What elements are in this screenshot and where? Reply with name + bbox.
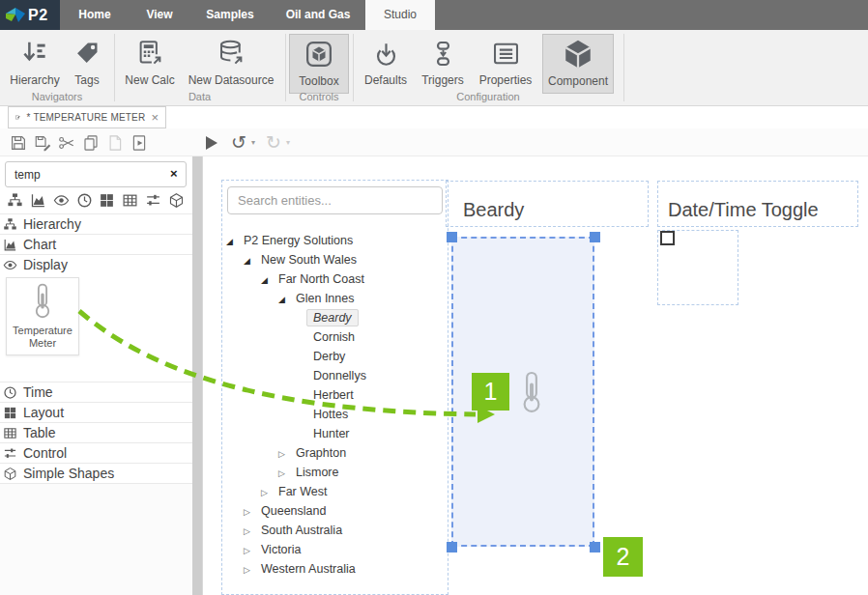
p2-gem-icon <box>4 4 27 27</box>
category-hierarchy[interactable]: Hierarchy <box>0 213 192 234</box>
ribbon: Hierarchy Tags New Calc New Datasource T… <box>0 30 868 106</box>
category-table[interactable]: Table <box>0 422 192 442</box>
play-button[interactable] <box>201 132 222 153</box>
chart-category-icon[interactable] <box>30 192 46 209</box>
category-time[interactable]: Time <box>0 382 192 402</box>
step-2-badge: 2 <box>603 537 643 577</box>
panel-scrollbar[interactable] <box>192 156 202 595</box>
layout-category-icon[interactable] <box>99 192 115 209</box>
tree-node[interactable]: Hottes <box>222 405 448 424</box>
group-label-controls: Controls <box>285 90 353 103</box>
tree-node[interactable]: South Australia <box>222 521 448 540</box>
tree-node[interactable]: Derby <box>222 347 448 366</box>
menu-view[interactable]: View <box>133 0 186 30</box>
new-datasource-button[interactable]: New Datasource <box>182 34 280 94</box>
temperature-meter-tile[interactable]: Temperature Meter <box>6 277 79 355</box>
save-as-button[interactable] <box>32 132 53 153</box>
tree-node[interactable]: Graphton <box>222 443 448 463</box>
save-button[interactable] <box>8 132 29 153</box>
expand-toggle-icon[interactable] <box>261 483 278 502</box>
triggers-button[interactable]: Triggers <box>416 34 470 94</box>
redo-button[interactable]: ↻ <box>263 132 284 153</box>
tag-icon <box>73 40 101 67</box>
control-category-icon[interactable] <box>145 192 161 209</box>
hierarchy-category-icon[interactable] <box>7 192 23 209</box>
hierarchy-navigator-button[interactable]: Hierarchy <box>8 34 62 94</box>
group-label-navigators: Navigators <box>0 90 114 103</box>
category-display[interactable]: Display <box>0 254 192 274</box>
properties-button[interactable]: Properties <box>472 34 539 94</box>
menu-studio[interactable]: Studio <box>365 0 435 30</box>
defaults-button[interactable]: Defaults <box>358 34 414 94</box>
tree-node[interactable]: Victoria <box>222 540 448 559</box>
menu-oil-and-gas[interactable]: Oil and Gas <box>278 0 358 30</box>
expand-toggle-icon[interactable] <box>278 444 296 464</box>
tree-node-selected[interactable]: Beardy <box>222 308 448 327</box>
resize-handle-bottom-right[interactable] <box>590 542 600 552</box>
component-button[interactable]: Component <box>542 34 614 94</box>
entity-tree: P2 Energy Solutions New South Wales Far … <box>222 231 448 579</box>
category-chart[interactable]: Chart <box>0 234 192 254</box>
expand-toggle-icon[interactable] <box>244 251 261 270</box>
tree-node[interactable]: Hunter <box>222 424 448 443</box>
tree-node[interactable]: Glen Innes <box>222 289 448 308</box>
expand-toggle-icon[interactable] <box>244 522 261 541</box>
tree-node[interactable]: Far North Coast <box>222 269 448 289</box>
copy-button[interactable] <box>80 132 101 153</box>
tree-node[interactable]: Herbert <box>222 385 448 405</box>
tab-temperature-meter[interactable]: * TEMPERATURE METER × <box>8 106 166 128</box>
category-simple-shapes[interactable]: Simple Shapes <box>0 463 192 483</box>
expand-toggle-icon[interactable] <box>261 270 278 290</box>
hierarchy-navigator-component[interactable]: P2 Energy Solutions New South Wales Far … <box>221 180 448 595</box>
entity-search-input[interactable] <box>227 186 443 214</box>
document-toolbar: ↺ ▾ ↻ ▾ <box>0 128 868 156</box>
new-calc-button[interactable]: New Calc <box>120 34 180 94</box>
resize-handle-top-left[interactable] <box>447 232 457 242</box>
menubar: P2 Home View Samples Oil and Gas Studio <box>0 0 868 30</box>
tags-button[interactable]: Tags <box>64 34 110 94</box>
tree-node[interactable]: New South Wales <box>222 250 448 269</box>
studio-window: P2 Home View Samples Oil and Gas Studio … <box>0 0 868 595</box>
simple-shapes-category-icon[interactable] <box>168 192 185 209</box>
document-tab-row: * TEMPERATURE METER × <box>0 106 868 128</box>
paste-button[interactable] <box>104 132 126 153</box>
tree-node[interactable]: Far West <box>222 482 448 501</box>
display-category-icon[interactable] <box>53 192 70 209</box>
beardy-label-component[interactable]: Beardy <box>446 181 649 227</box>
expand-toggle-icon[interactable] <box>244 502 261 522</box>
expand-toggle-icon[interactable] <box>278 290 296 309</box>
redo-dropdown-caret[interactable]: ▾ <box>282 132 294 153</box>
toolbox-button[interactable]: Toolbox <box>289 34 349 94</box>
time-category-icon[interactable] <box>76 192 93 209</box>
tree-node[interactable]: Cornish <box>222 327 448 347</box>
run-report-button[interactable] <box>129 132 150 153</box>
menu-samples[interactable]: Samples <box>197 0 263 30</box>
datetime-toggle-checkbox[interactable] <box>660 231 675 245</box>
paste-icon <box>106 134 124 152</box>
tree-node[interactable]: Lismore <box>222 463 448 482</box>
datetime-toggle-label-component[interactable]: Date/Time Toggle <box>657 181 858 227</box>
expand-toggle-icon[interactable] <box>278 464 296 483</box>
expand-toggle-icon[interactable] <box>244 541 261 560</box>
group-label-data: Data <box>114 90 285 103</box>
undo-button[interactable]: ↺ <box>228 132 249 153</box>
tree-node[interactable]: Queensland <box>222 501 448 521</box>
menu-home[interactable]: Home <box>68 0 122 30</box>
tree-node[interactable]: Donnellys <box>222 366 448 385</box>
undo-dropdown-caret[interactable]: ▾ <box>247 132 259 153</box>
toolbox-search-input[interactable] <box>5 161 187 187</box>
clear-search-icon[interactable]: × <box>170 166 178 182</box>
clock-icon <box>3 385 17 400</box>
expand-toggle-icon[interactable] <box>226 232 244 251</box>
resize-handle-bottom-left[interactable] <box>447 542 457 552</box>
cut-button[interactable] <box>56 132 77 153</box>
tree-node[interactable]: P2 Energy Solutions <box>222 231 448 250</box>
category-control[interactable]: Control <box>0 442 192 463</box>
category-layout[interactable]: Layout <box>0 402 192 422</box>
expand-toggle-icon[interactable] <box>244 560 261 580</box>
tab-close-icon[interactable]: × <box>151 110 159 125</box>
resize-handle-top-right[interactable] <box>590 232 600 242</box>
tree-node[interactable]: Western Australia <box>222 559 448 579</box>
cube-icon <box>3 467 17 481</box>
table-category-icon[interactable] <box>122 192 138 209</box>
